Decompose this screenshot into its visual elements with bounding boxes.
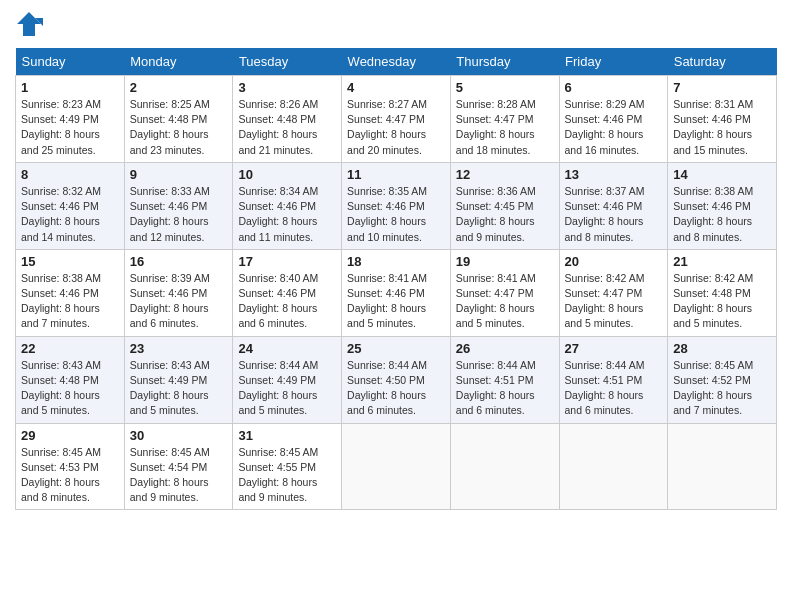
day-number: 10 (238, 167, 336, 182)
day-info: Sunrise: 8:23 AMSunset: 4:49 PMDaylight:… (21, 97, 119, 158)
calendar-cell: 7Sunrise: 8:31 AMSunset: 4:46 PMDaylight… (668, 76, 777, 163)
day-info: Sunrise: 8:38 AMSunset: 4:46 PMDaylight:… (21, 271, 119, 332)
calendar-cell (559, 423, 668, 510)
calendar-cell (450, 423, 559, 510)
day-info: Sunrise: 8:40 AMSunset: 4:46 PMDaylight:… (238, 271, 336, 332)
week-row-3: 15Sunrise: 8:38 AMSunset: 4:46 PMDayligh… (16, 249, 777, 336)
day-info: Sunrise: 8:25 AMSunset: 4:48 PMDaylight:… (130, 97, 228, 158)
day-info: Sunrise: 8:44 AMSunset: 4:51 PMDaylight:… (456, 358, 554, 419)
week-row-2: 8Sunrise: 8:32 AMSunset: 4:46 PMDaylight… (16, 162, 777, 249)
day-number: 31 (238, 428, 336, 443)
calendar-table: SundayMondayTuesdayWednesdayThursdayFrid… (15, 48, 777, 510)
logo-icon (15, 10, 43, 38)
day-info: Sunrise: 8:39 AMSunset: 4:46 PMDaylight:… (130, 271, 228, 332)
calendar-cell: 23Sunrise: 8:43 AMSunset: 4:49 PMDayligh… (124, 336, 233, 423)
day-info: Sunrise: 8:43 AMSunset: 4:49 PMDaylight:… (130, 358, 228, 419)
calendar-cell: 18Sunrise: 8:41 AMSunset: 4:46 PMDayligh… (342, 249, 451, 336)
day-info: Sunrise: 8:35 AMSunset: 4:46 PMDaylight:… (347, 184, 445, 245)
day-number: 12 (456, 167, 554, 182)
page-header (15, 10, 777, 38)
day-number: 7 (673, 80, 771, 95)
day-info: Sunrise: 8:45 AMSunset: 4:54 PMDaylight:… (130, 445, 228, 506)
weekday-monday: Monday (124, 48, 233, 76)
calendar-cell (342, 423, 451, 510)
day-info: Sunrise: 8:38 AMSunset: 4:46 PMDaylight:… (673, 184, 771, 245)
calendar-cell: 16Sunrise: 8:39 AMSunset: 4:46 PMDayligh… (124, 249, 233, 336)
day-number: 5 (456, 80, 554, 95)
logo (15, 10, 47, 38)
calendar-cell: 6Sunrise: 8:29 AMSunset: 4:46 PMDaylight… (559, 76, 668, 163)
calendar-cell: 2Sunrise: 8:25 AMSunset: 4:48 PMDaylight… (124, 76, 233, 163)
day-info: Sunrise: 8:34 AMSunset: 4:46 PMDaylight:… (238, 184, 336, 245)
weekday-thursday: Thursday (450, 48, 559, 76)
weekday-friday: Friday (559, 48, 668, 76)
calendar-cell: 4Sunrise: 8:27 AMSunset: 4:47 PMDaylight… (342, 76, 451, 163)
calendar-cell: 3Sunrise: 8:26 AMSunset: 4:48 PMDaylight… (233, 76, 342, 163)
calendar-cell: 24Sunrise: 8:44 AMSunset: 4:49 PMDayligh… (233, 336, 342, 423)
calendar-cell: 12Sunrise: 8:36 AMSunset: 4:45 PMDayligh… (450, 162, 559, 249)
day-info: Sunrise: 8:26 AMSunset: 4:48 PMDaylight:… (238, 97, 336, 158)
day-number: 21 (673, 254, 771, 269)
calendar-cell: 29Sunrise: 8:45 AMSunset: 4:53 PMDayligh… (16, 423, 125, 510)
calendar-cell: 10Sunrise: 8:34 AMSunset: 4:46 PMDayligh… (233, 162, 342, 249)
day-number: 22 (21, 341, 119, 356)
day-number: 23 (130, 341, 228, 356)
calendar-cell: 20Sunrise: 8:42 AMSunset: 4:47 PMDayligh… (559, 249, 668, 336)
calendar-cell (668, 423, 777, 510)
day-number: 25 (347, 341, 445, 356)
calendar-cell: 27Sunrise: 8:44 AMSunset: 4:51 PMDayligh… (559, 336, 668, 423)
day-info: Sunrise: 8:29 AMSunset: 4:46 PMDaylight:… (565, 97, 663, 158)
calendar-cell: 9Sunrise: 8:33 AMSunset: 4:46 PMDaylight… (124, 162, 233, 249)
day-info: Sunrise: 8:42 AMSunset: 4:47 PMDaylight:… (565, 271, 663, 332)
weekday-tuesday: Tuesday (233, 48, 342, 76)
day-info: Sunrise: 8:41 AMSunset: 4:47 PMDaylight:… (456, 271, 554, 332)
calendar-cell: 26Sunrise: 8:44 AMSunset: 4:51 PMDayligh… (450, 336, 559, 423)
day-info: Sunrise: 8:33 AMSunset: 4:46 PMDaylight:… (130, 184, 228, 245)
calendar-cell: 28Sunrise: 8:45 AMSunset: 4:52 PMDayligh… (668, 336, 777, 423)
day-info: Sunrise: 8:27 AMSunset: 4:47 PMDaylight:… (347, 97, 445, 158)
day-number: 8 (21, 167, 119, 182)
week-row-1: 1Sunrise: 8:23 AMSunset: 4:49 PMDaylight… (16, 76, 777, 163)
weekday-sunday: Sunday (16, 48, 125, 76)
day-number: 28 (673, 341, 771, 356)
calendar-cell: 1Sunrise: 8:23 AMSunset: 4:49 PMDaylight… (16, 76, 125, 163)
day-info: Sunrise: 8:45 AMSunset: 4:52 PMDaylight:… (673, 358, 771, 419)
day-number: 2 (130, 80, 228, 95)
day-number: 3 (238, 80, 336, 95)
day-info: Sunrise: 8:36 AMSunset: 4:45 PMDaylight:… (456, 184, 554, 245)
weekday-header-row: SundayMondayTuesdayWednesdayThursdayFrid… (16, 48, 777, 76)
day-info: Sunrise: 8:44 AMSunset: 4:51 PMDaylight:… (565, 358, 663, 419)
day-number: 29 (21, 428, 119, 443)
calendar-cell: 30Sunrise: 8:45 AMSunset: 4:54 PMDayligh… (124, 423, 233, 510)
calendar-cell: 19Sunrise: 8:41 AMSunset: 4:47 PMDayligh… (450, 249, 559, 336)
day-info: Sunrise: 8:31 AMSunset: 4:46 PMDaylight:… (673, 97, 771, 158)
day-info: Sunrise: 8:43 AMSunset: 4:48 PMDaylight:… (21, 358, 119, 419)
calendar-cell: 17Sunrise: 8:40 AMSunset: 4:46 PMDayligh… (233, 249, 342, 336)
day-info: Sunrise: 8:41 AMSunset: 4:46 PMDaylight:… (347, 271, 445, 332)
day-number: 14 (673, 167, 771, 182)
weekday-wednesday: Wednesday (342, 48, 451, 76)
day-number: 19 (456, 254, 554, 269)
calendar-cell: 21Sunrise: 8:42 AMSunset: 4:48 PMDayligh… (668, 249, 777, 336)
day-info: Sunrise: 8:28 AMSunset: 4:47 PMDaylight:… (456, 97, 554, 158)
day-info: Sunrise: 8:37 AMSunset: 4:46 PMDaylight:… (565, 184, 663, 245)
day-number: 18 (347, 254, 445, 269)
day-number: 4 (347, 80, 445, 95)
day-number: 13 (565, 167, 663, 182)
day-number: 9 (130, 167, 228, 182)
week-row-5: 29Sunrise: 8:45 AMSunset: 4:53 PMDayligh… (16, 423, 777, 510)
day-number: 6 (565, 80, 663, 95)
day-info: Sunrise: 8:45 AMSunset: 4:53 PMDaylight:… (21, 445, 119, 506)
day-number: 30 (130, 428, 228, 443)
calendar-body: 1Sunrise: 8:23 AMSunset: 4:49 PMDaylight… (16, 76, 777, 510)
day-info: Sunrise: 8:44 AMSunset: 4:50 PMDaylight:… (347, 358, 445, 419)
day-number: 16 (130, 254, 228, 269)
calendar-cell: 8Sunrise: 8:32 AMSunset: 4:46 PMDaylight… (16, 162, 125, 249)
day-number: 15 (21, 254, 119, 269)
calendar-cell: 31Sunrise: 8:45 AMSunset: 4:55 PMDayligh… (233, 423, 342, 510)
day-number: 27 (565, 341, 663, 356)
calendar-cell: 14Sunrise: 8:38 AMSunset: 4:46 PMDayligh… (668, 162, 777, 249)
calendar-cell: 11Sunrise: 8:35 AMSunset: 4:46 PMDayligh… (342, 162, 451, 249)
calendar-cell: 15Sunrise: 8:38 AMSunset: 4:46 PMDayligh… (16, 249, 125, 336)
day-number: 20 (565, 254, 663, 269)
